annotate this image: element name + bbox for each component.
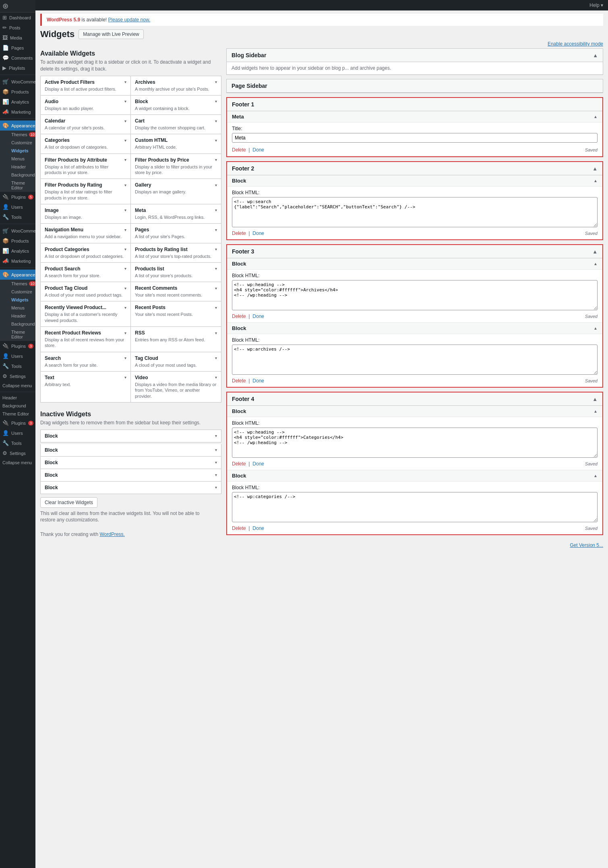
submenu-background-2[interactable]: Background (0, 320, 35, 328)
footer4-delete1-link[interactable]: Delete (232, 461, 246, 467)
sidebar-item-woocommerce-2[interactable]: 🛒WooCommerce (0, 226, 35, 236)
widget-recent-product-reviews[interactable]: Recent Product Reviews ▾ Display a list … (40, 327, 131, 352)
widget-block[interactable]: Block ▾ A widget containing a block. (131, 96, 221, 115)
submenu-header-1[interactable]: Header (0, 163, 35, 171)
update-notice-link[interactable]: Please update now. (108, 17, 151, 23)
footer4-html2-textarea[interactable]: <!-- wp:categories /--> (232, 492, 598, 522)
footer3-header[interactable]: Footer 3 ▲ (227, 245, 602, 258)
footer3-delete2-link[interactable]: Delete (232, 378, 246, 384)
widget-navigation-menu[interactable]: Navigation Menu ▾ Add a navigation menu … (40, 224, 131, 243)
sidebar-item-users-1[interactable]: 👤Users (0, 202, 35, 212)
footer3-done2-link[interactable]: Done (252, 378, 264, 384)
widget-cart[interactable]: Cart ▾ Display the customer shopping car… (131, 115, 221, 134)
widget-product-categories[interactable]: Product Categories ▾ A list or dropdown … (40, 243, 131, 263)
footer3-done1-link[interactable]: Done (252, 314, 264, 319)
footer1-title-input[interactable] (232, 133, 598, 143)
widget-products-by-rating-list[interactable]: Products by Rating list ▾ A list of your… (131, 243, 221, 263)
inactive-widget-1[interactable]: Block ▾ (40, 430, 221, 442)
widget-archives[interactable]: Archives ▾ A monthly archive of your sit… (131, 76, 221, 96)
widget-text[interactable]: Text ▾ Arbitrary text. (40, 372, 131, 403)
footer2-done-link[interactable]: Done (252, 230, 264, 236)
footer3-block1-header[interactable]: Block ▲ (227, 258, 602, 270)
help-button[interactable]: Help ▾ (589, 2, 603, 8)
sidebar-item-tools-1[interactable]: 🔧Tools (0, 212, 35, 222)
widget-categories[interactable]: Categories ▾ A list or dropdown of categ… (40, 134, 131, 154)
sidebar-item-dashboard[interactable]: ⊞Dashboard (0, 12, 35, 23)
sidebar-item-media[interactable]: 🖼Media (0, 33, 35, 43)
widget-search[interactable]: Search ▾ A search form for your site. (40, 352, 131, 372)
sidebar-item-posts[interactable]: ✏Posts (0, 23, 35, 33)
manage-live-preview-button[interactable]: Manage with Live Preview (79, 29, 143, 39)
widget-tag-cloud[interactable]: Tag Cloud ▾ A cloud of your most used ta… (131, 352, 221, 372)
inactive-widget-2[interactable]: Block ▾ (40, 444, 221, 457)
submenu-themes-1[interactable]: Themes 10 (0, 131, 35, 139)
sidebar-item-analytics-1[interactable]: 📊Analytics (0, 97, 35, 107)
submenu-menus-2[interactable]: Menus (0, 304, 35, 312)
widget-calendar[interactable]: Calendar ▾ A calendar of your site's pos… (40, 115, 131, 134)
footer2-header[interactable]: Footer 2 ▲ (227, 162, 602, 175)
sidebar-item-marketing-1[interactable]: 📣Marketing (0, 107, 35, 117)
sidebar-item-pages[interactable]: 📄Pages (0, 43, 35, 53)
sidebar-item-users-3[interactable]: 👤Users (0, 428, 35, 438)
footer4-block1-header[interactable]: Block ▲ (227, 406, 602, 417)
inactive-widget-3[interactable]: Block ▾ (40, 457, 221, 469)
widget-pages[interactable]: Pages ▾ A list of your site's Pages. (131, 224, 221, 243)
sidebar-item-tools-3[interactable]: 🔧Tools (0, 438, 35, 448)
footer3-block2-header[interactable]: Block ▲ (227, 323, 602, 334)
widget-video[interactable]: Video ▾ Displays a video from the media … (131, 372, 221, 403)
widget-product-tag-cloud[interactable]: Product Tag Cloud ▾ A cloud of your most… (40, 282, 131, 301)
submenu-widgets-1[interactable]: Widgets (0, 147, 35, 155)
sidebar-item-woocommerce-1[interactable]: 🛒WooCommerce (0, 77, 35, 87)
widget-audio[interactable]: Audio ▾ Displays an audio player. (40, 96, 131, 115)
widget-recently-viewed-product[interactable]: Recently Viewed Product... ▾ Display a l… (40, 301, 131, 327)
submenu-widgets-2[interactable]: Widgets (0, 296, 35, 304)
widget-custom-html[interactable]: Custom HTML ▾ Arbitrary HTML code. (131, 134, 221, 154)
inactive-widget-4[interactable]: Block ▾ (40, 469, 221, 482)
sidebar-item-products-2[interactable]: 📦Products (0, 236, 35, 246)
get-version-link[interactable]: Get Version 5... (570, 542, 603, 548)
sidebar-item-settings-2[interactable]: ⚙Settings (0, 448, 35, 458)
widget-filter-products-rating[interactable]: Filter Products by Rating ▾ Display a li… (40, 179, 131, 204)
blog-sidebar-header[interactable]: Blog Sidebar ▲ (227, 49, 603, 62)
page-sidebar-header[interactable]: Page Sidebar (227, 79, 603, 93)
sidebar-item-users-2[interactable]: 👤Users (0, 351, 35, 361)
footer2-delete-link[interactable]: Delete (232, 230, 246, 236)
sidebar-item-tools-2[interactable]: 🔧Tools (0, 361, 35, 371)
footer4-done2-link[interactable]: Done (252, 525, 264, 531)
submenu-customize-1[interactable]: Customize (0, 139, 35, 147)
widget-gallery[interactable]: Gallery ▾ Displays an image gallery. (131, 179, 221, 204)
widget-filter-products-attribute[interactable]: Filter Products by Attribute ▾ Display a… (40, 154, 131, 179)
footer4-html1-textarea[interactable]: <!-- wp:heading --> <h4 style="color:#ff… (232, 428, 598, 458)
footer3-html2-textarea[interactable]: <!-- wp:archives /--> (232, 345, 598, 375)
clear-inactive-widgets-button[interactable]: Clear Inactive Widgets (40, 497, 97, 508)
widget-meta[interactable]: Meta ▾ Login, RSS, & WordPress.org links… (131, 204, 221, 224)
footer2-html-textarea[interactable]: <!-- wp:search {"label":"Search","placeh… (232, 197, 598, 227)
footer1-done-link[interactable]: Done (252, 147, 264, 153)
widget-recent-posts[interactable]: Recent Posts ▾ Your site's most recent P… (131, 301, 221, 327)
submenu-themes-2[interactable]: Themes 10 (0, 280, 35, 288)
sidebar-item-products-1[interactable]: 📦Products (0, 87, 35, 97)
widget-active-product-filters[interactable]: Active Product Filters ▾ Display a list … (40, 76, 131, 96)
submenu-theme-editor-1[interactable]: Theme Editor (0, 179, 35, 192)
sidebar-item-playlists[interactable]: ▶Playlists (0, 63, 35, 73)
collapse-menu-1[interactable]: Collapse menu (0, 381, 35, 390)
footer3-html1-textarea[interactable]: <!-- wp:heading --> <h4 style="color:#ff… (232, 280, 598, 310)
sidebar-item-analytics-2[interactable]: 📊Analytics (0, 246, 35, 256)
submenu-header-2[interactable]: Header (0, 312, 35, 320)
submenu-background-1[interactable]: Background (0, 171, 35, 179)
sidebar-item-plugins-2[interactable]: 🔌Plugins 3 (0, 341, 35, 351)
widget-products-list[interactable]: Products list ▾ A list of your store's p… (131, 263, 221, 282)
submenu-customize-2[interactable]: Customize (0, 288, 35, 296)
widget-filter-products-price[interactable]: Filter Products by Price ▾ Display a sli… (131, 154, 221, 179)
footer4-delete2-link[interactable]: Delete (232, 525, 246, 531)
sidebar-item-appearance-1[interactable]: 🎨Appearance (0, 120, 35, 131)
sidebar-subitem-background-1[interactable]: Background (0, 402, 35, 410)
sidebar-item-marketing-2[interactable]: 📣Marketing (0, 256, 35, 266)
footer1-meta-widget-header[interactable]: Meta ▲ (227, 111, 602, 123)
widget-image[interactable]: Image ▾ Displays an image. (40, 204, 131, 224)
accessibility-mode-link[interactable]: Enable accessibility mode (548, 41, 603, 47)
footer-wordpress-link[interactable]: WordPress. (99, 532, 124, 537)
collapse-menu-2[interactable]: Collapse menu (0, 458, 35, 467)
sidebar-item-comments[interactable]: 💬Comments (0, 53, 35, 63)
footer1-delete-link[interactable]: Delete (232, 147, 246, 153)
